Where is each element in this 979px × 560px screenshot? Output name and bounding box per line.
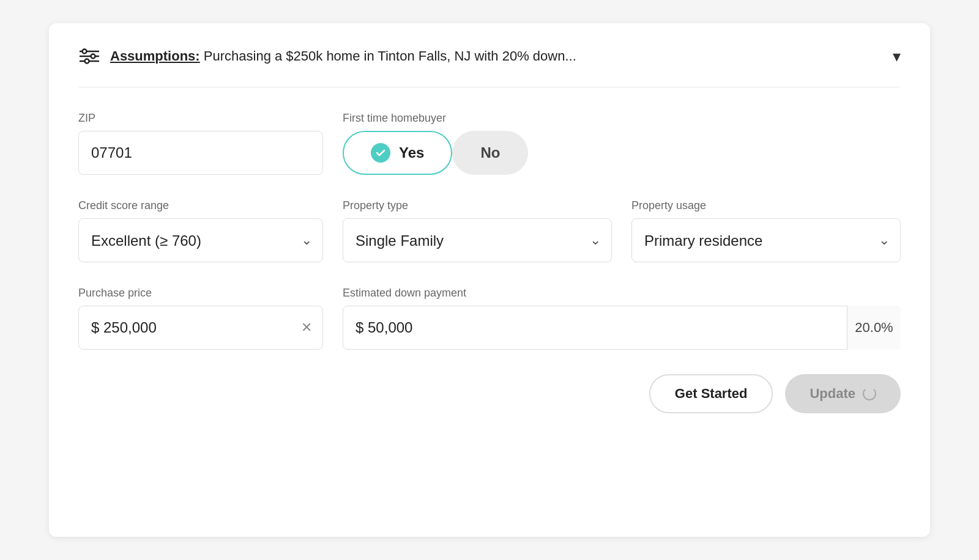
buttons-row: Get Started Update bbox=[78, 374, 901, 413]
homebuyer-toggle: Yes No bbox=[343, 131, 901, 175]
purchase-label: Purchase price bbox=[78, 287, 323, 300]
row-zip-homebuyer: ZIP First time homebuyer Yes N bbox=[78, 112, 901, 175]
check-circle-icon bbox=[371, 143, 390, 163]
purchase-input-wrapper: ✕ bbox=[78, 306, 323, 350]
down-payment-pct: 20.0% bbox=[847, 306, 901, 350]
property-usage-group: Property usage Primary residence Second … bbox=[631, 199, 901, 262]
credit-label: Credit score range bbox=[78, 199, 323, 212]
zip-input[interactable] bbox=[78, 131, 323, 175]
no-button[interactable]: No bbox=[452, 131, 528, 175]
property-type-label: Property type bbox=[343, 199, 612, 212]
property-type-select-wrapper: Single Family Condo Townhouse Multi-fami… bbox=[343, 218, 612, 262]
sliders-icon[interactable] bbox=[78, 45, 100, 67]
credit-group: Credit score range Excellent (≥ 760) Goo… bbox=[78, 199, 323, 262]
purchase-clear-button[interactable]: ✕ bbox=[301, 321, 312, 334]
property-usage-select[interactable]: Primary residence Second home Investment… bbox=[631, 218, 901, 262]
homebuyer-label: First time homebuyer bbox=[343, 112, 901, 125]
assumptions-desc: Purchasing a $250k home in Tinton Falls,… bbox=[200, 48, 576, 64]
assumptions-text: Assumptions: Purchasing a $250k home in … bbox=[110, 48, 576, 64]
update-spinner-icon bbox=[863, 387, 876, 400]
down-payment-input-wrapper: 20.0% bbox=[343, 306, 901, 350]
svg-point-5 bbox=[85, 59, 89, 64]
purchase-input[interactable] bbox=[78, 306, 323, 350]
no-label: No bbox=[480, 144, 500, 161]
purchase-group: Purchase price ✕ bbox=[78, 287, 323, 350]
zip-label: ZIP bbox=[78, 112, 323, 125]
svg-point-4 bbox=[91, 54, 95, 59]
row-price-payment: Purchase price ✕ Estimated down payment … bbox=[78, 287, 901, 350]
main-card: Assumptions: Purchasing a $250k home in … bbox=[49, 23, 930, 537]
expand-icon[interactable]: ▾ bbox=[893, 47, 901, 66]
property-usage-select-wrapper: Primary residence Second home Investment… bbox=[631, 218, 901, 262]
down-payment-label: Estimated down payment bbox=[343, 287, 901, 300]
assumptions-label: Assumptions: bbox=[110, 48, 200, 64]
down-payment-group: Estimated down payment 20.0% bbox=[343, 287, 901, 350]
zip-group: ZIP bbox=[78, 112, 323, 175]
property-type-select[interactable]: Single Family Condo Townhouse Multi-fami… bbox=[343, 218, 612, 262]
homebuyer-group: First time homebuyer Yes No bbox=[343, 112, 901, 175]
credit-select-wrapper: Excellent (≥ 760) Good (720-759) Fair (6… bbox=[78, 218, 323, 262]
assumptions-left: Assumptions: Purchasing a $250k home in … bbox=[78, 45, 576, 67]
svg-point-3 bbox=[83, 50, 87, 54]
credit-select[interactable]: Excellent (≥ 760) Good (720-759) Fair (6… bbox=[78, 218, 323, 262]
property-type-group: Property type Single Family Condo Townho… bbox=[343, 199, 612, 262]
yes-button[interactable]: Yes bbox=[343, 131, 452, 175]
yes-label: Yes bbox=[399, 144, 424, 161]
property-usage-label: Property usage bbox=[631, 199, 901, 212]
down-payment-input[interactable] bbox=[343, 306, 901, 350]
assumptions-row: Assumptions: Purchasing a $250k home in … bbox=[78, 45, 901, 87]
get-started-button[interactable]: Get Started bbox=[649, 374, 773, 413]
update-label: Update bbox=[810, 386, 855, 402]
update-button[interactable]: Update bbox=[785, 374, 901, 413]
row-credit-property: Credit score range Excellent (≥ 760) Goo… bbox=[78, 199, 901, 262]
